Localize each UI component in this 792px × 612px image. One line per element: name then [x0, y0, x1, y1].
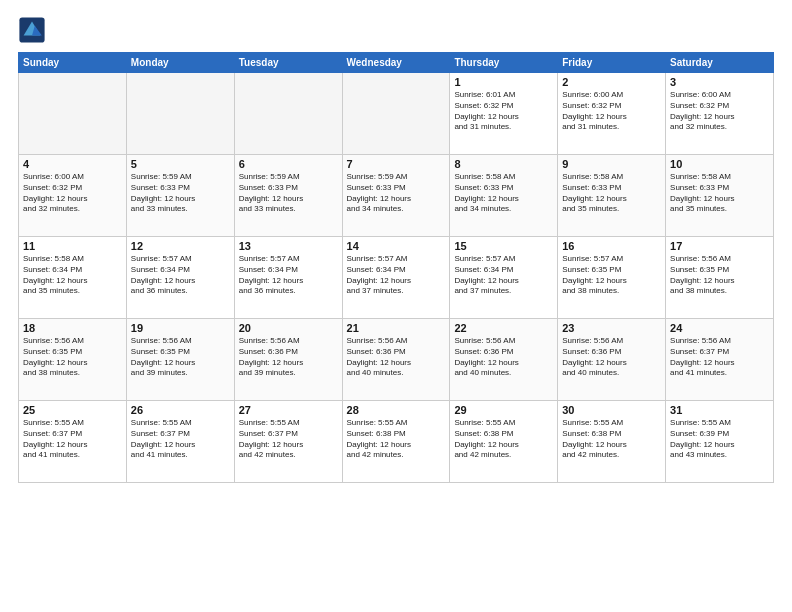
- calendar-cell: 15Sunrise: 5:57 AM Sunset: 6:34 PM Dayli…: [450, 237, 558, 319]
- logo: [18, 16, 50, 44]
- calendar-cell: 21Sunrise: 5:56 AM Sunset: 6:36 PM Dayli…: [342, 319, 450, 401]
- day-number: 13: [239, 240, 338, 252]
- day-number: 22: [454, 322, 553, 334]
- calendar-cell: [234, 73, 342, 155]
- calendar-cell: 6Sunrise: 5:59 AM Sunset: 6:33 PM Daylig…: [234, 155, 342, 237]
- day-number: 27: [239, 404, 338, 416]
- week-row-3: 11Sunrise: 5:58 AM Sunset: 6:34 PM Dayli…: [19, 237, 774, 319]
- day-info: Sunrise: 5:56 AM Sunset: 6:35 PM Dayligh…: [670, 254, 769, 297]
- calendar-cell: 14Sunrise: 5:57 AM Sunset: 6:34 PM Dayli…: [342, 237, 450, 319]
- day-info: Sunrise: 5:56 AM Sunset: 6:35 PM Dayligh…: [131, 336, 230, 379]
- day-number: 23: [562, 322, 661, 334]
- logo-icon: [18, 16, 46, 44]
- header: [18, 16, 774, 44]
- day-number: 2: [562, 76, 661, 88]
- weekday-header-tuesday: Tuesday: [234, 53, 342, 73]
- calendar-table: SundayMondayTuesdayWednesdayThursdayFrid…: [18, 52, 774, 483]
- calendar-cell: [342, 73, 450, 155]
- day-number: 19: [131, 322, 230, 334]
- day-info: Sunrise: 5:55 AM Sunset: 6:37 PM Dayligh…: [131, 418, 230, 461]
- day-info: Sunrise: 5:55 AM Sunset: 6:38 PM Dayligh…: [454, 418, 553, 461]
- day-number: 1: [454, 76, 553, 88]
- day-number: 24: [670, 322, 769, 334]
- calendar-cell: [126, 73, 234, 155]
- day-number: 18: [23, 322, 122, 334]
- weekday-header-saturday: Saturday: [666, 53, 774, 73]
- day-info: Sunrise: 5:57 AM Sunset: 6:34 PM Dayligh…: [131, 254, 230, 297]
- day-info: Sunrise: 5:59 AM Sunset: 6:33 PM Dayligh…: [347, 172, 446, 215]
- calendar-cell: 7Sunrise: 5:59 AM Sunset: 6:33 PM Daylig…: [342, 155, 450, 237]
- day-info: Sunrise: 5:58 AM Sunset: 6:33 PM Dayligh…: [562, 172, 661, 215]
- day-number: 15: [454, 240, 553, 252]
- day-info: Sunrise: 5:57 AM Sunset: 6:34 PM Dayligh…: [347, 254, 446, 297]
- weekday-header-monday: Monday: [126, 53, 234, 73]
- week-row-2: 4Sunrise: 6:00 AM Sunset: 6:32 PM Daylig…: [19, 155, 774, 237]
- day-number: 21: [347, 322, 446, 334]
- day-info: Sunrise: 5:56 AM Sunset: 6:35 PM Dayligh…: [23, 336, 122, 379]
- calendar-cell: 10Sunrise: 5:58 AM Sunset: 6:33 PM Dayli…: [666, 155, 774, 237]
- day-number: 3: [670, 76, 769, 88]
- calendar-cell: 9Sunrise: 5:58 AM Sunset: 6:33 PM Daylig…: [558, 155, 666, 237]
- day-info: Sunrise: 6:01 AM Sunset: 6:32 PM Dayligh…: [454, 90, 553, 133]
- week-row-5: 25Sunrise: 5:55 AM Sunset: 6:37 PM Dayli…: [19, 401, 774, 483]
- day-number: 4: [23, 158, 122, 170]
- day-info: Sunrise: 5:56 AM Sunset: 6:36 PM Dayligh…: [347, 336, 446, 379]
- calendar-cell: 8Sunrise: 5:58 AM Sunset: 6:33 PM Daylig…: [450, 155, 558, 237]
- day-info: Sunrise: 5:57 AM Sunset: 6:34 PM Dayligh…: [454, 254, 553, 297]
- day-number: 12: [131, 240, 230, 252]
- day-info: Sunrise: 5:59 AM Sunset: 6:33 PM Dayligh…: [239, 172, 338, 215]
- day-number: 10: [670, 158, 769, 170]
- day-number: 8: [454, 158, 553, 170]
- day-number: 28: [347, 404, 446, 416]
- calendar-cell: 12Sunrise: 5:57 AM Sunset: 6:34 PM Dayli…: [126, 237, 234, 319]
- day-info: Sunrise: 6:00 AM Sunset: 6:32 PM Dayligh…: [562, 90, 661, 133]
- calendar-cell: 17Sunrise: 5:56 AM Sunset: 6:35 PM Dayli…: [666, 237, 774, 319]
- day-info: Sunrise: 5:58 AM Sunset: 6:33 PM Dayligh…: [454, 172, 553, 215]
- day-info: Sunrise: 5:55 AM Sunset: 6:37 PM Dayligh…: [23, 418, 122, 461]
- day-info: Sunrise: 5:57 AM Sunset: 6:34 PM Dayligh…: [239, 254, 338, 297]
- day-info: Sunrise: 5:55 AM Sunset: 6:38 PM Dayligh…: [347, 418, 446, 461]
- day-number: 11: [23, 240, 122, 252]
- week-row-1: 1Sunrise: 6:01 AM Sunset: 6:32 PM Daylig…: [19, 73, 774, 155]
- day-info: Sunrise: 6:00 AM Sunset: 6:32 PM Dayligh…: [670, 90, 769, 133]
- calendar-cell: 28Sunrise: 5:55 AM Sunset: 6:38 PM Dayli…: [342, 401, 450, 483]
- weekday-header-wednesday: Wednesday: [342, 53, 450, 73]
- calendar-cell: 25Sunrise: 5:55 AM Sunset: 6:37 PM Dayli…: [19, 401, 127, 483]
- day-number: 7: [347, 158, 446, 170]
- calendar-cell: 2Sunrise: 6:00 AM Sunset: 6:32 PM Daylig…: [558, 73, 666, 155]
- day-number: 17: [670, 240, 769, 252]
- day-info: Sunrise: 5:56 AM Sunset: 6:36 PM Dayligh…: [239, 336, 338, 379]
- calendar-cell: 22Sunrise: 5:56 AM Sunset: 6:36 PM Dayli…: [450, 319, 558, 401]
- calendar-cell: 5Sunrise: 5:59 AM Sunset: 6:33 PM Daylig…: [126, 155, 234, 237]
- day-number: 16: [562, 240, 661, 252]
- day-info: Sunrise: 5:56 AM Sunset: 6:36 PM Dayligh…: [562, 336, 661, 379]
- calendar-cell: 16Sunrise: 5:57 AM Sunset: 6:35 PM Dayli…: [558, 237, 666, 319]
- calendar-cell: 27Sunrise: 5:55 AM Sunset: 6:37 PM Dayli…: [234, 401, 342, 483]
- day-number: 14: [347, 240, 446, 252]
- calendar-cell: 11Sunrise: 5:58 AM Sunset: 6:34 PM Dayli…: [19, 237, 127, 319]
- calendar-cell: 30Sunrise: 5:55 AM Sunset: 6:38 PM Dayli…: [558, 401, 666, 483]
- day-number: 5: [131, 158, 230, 170]
- day-number: 31: [670, 404, 769, 416]
- day-info: Sunrise: 5:55 AM Sunset: 6:37 PM Dayligh…: [239, 418, 338, 461]
- day-info: Sunrise: 5:59 AM Sunset: 6:33 PM Dayligh…: [131, 172, 230, 215]
- day-info: Sunrise: 5:58 AM Sunset: 6:33 PM Dayligh…: [670, 172, 769, 215]
- calendar-cell: 1Sunrise: 6:01 AM Sunset: 6:32 PM Daylig…: [450, 73, 558, 155]
- page: SundayMondayTuesdayWednesdayThursdayFrid…: [0, 0, 792, 612]
- day-info: Sunrise: 5:58 AM Sunset: 6:34 PM Dayligh…: [23, 254, 122, 297]
- day-number: 9: [562, 158, 661, 170]
- day-number: 25: [23, 404, 122, 416]
- week-row-4: 18Sunrise: 5:56 AM Sunset: 6:35 PM Dayli…: [19, 319, 774, 401]
- calendar-cell: 23Sunrise: 5:56 AM Sunset: 6:36 PM Dayli…: [558, 319, 666, 401]
- calendar-cell: 31Sunrise: 5:55 AM Sunset: 6:39 PM Dayli…: [666, 401, 774, 483]
- day-info: Sunrise: 5:56 AM Sunset: 6:37 PM Dayligh…: [670, 336, 769, 379]
- weekday-header-sunday: Sunday: [19, 53, 127, 73]
- weekday-header-thursday: Thursday: [450, 53, 558, 73]
- calendar-cell: 19Sunrise: 5:56 AM Sunset: 6:35 PM Dayli…: [126, 319, 234, 401]
- weekday-header-friday: Friday: [558, 53, 666, 73]
- day-info: Sunrise: 5:55 AM Sunset: 6:39 PM Dayligh…: [670, 418, 769, 461]
- day-info: Sunrise: 5:56 AM Sunset: 6:36 PM Dayligh…: [454, 336, 553, 379]
- calendar-cell: 4Sunrise: 6:00 AM Sunset: 6:32 PM Daylig…: [19, 155, 127, 237]
- day-info: Sunrise: 5:57 AM Sunset: 6:35 PM Dayligh…: [562, 254, 661, 297]
- calendar-cell: 13Sunrise: 5:57 AM Sunset: 6:34 PM Dayli…: [234, 237, 342, 319]
